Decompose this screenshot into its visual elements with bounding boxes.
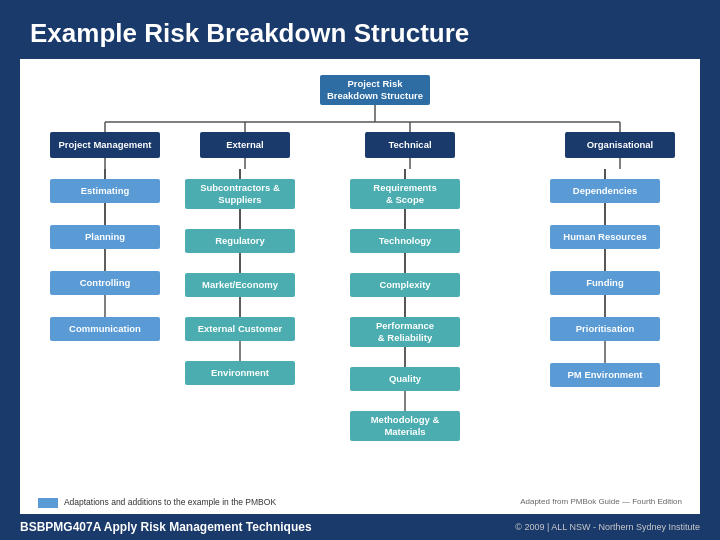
- node: Requirements& Scope: [350, 179, 460, 209]
- bottom-row: Adaptations and additions to the example…: [30, 493, 690, 510]
- node: Performance& Reliability: [350, 317, 460, 347]
- node: Market/Economy: [185, 273, 295, 297]
- node: PM Environment: [550, 363, 660, 387]
- legend-box: [38, 498, 58, 508]
- node: Technical: [365, 132, 455, 158]
- node: Controlling: [50, 271, 160, 295]
- node: Environment: [185, 361, 295, 385]
- legend-note: Adaptations and additions to the example…: [64, 497, 276, 507]
- node: Regulatory: [185, 229, 295, 253]
- footer-left: BSBPMG407A Apply Risk Management Techniq…: [20, 520, 312, 534]
- node: Communication: [50, 317, 160, 341]
- node: Estimating: [50, 179, 160, 203]
- node: Prioritisation: [550, 317, 660, 341]
- node: Methodology &Materials: [350, 411, 460, 441]
- node: Funding: [550, 271, 660, 295]
- title-bar: Example Risk Breakdown Structure: [0, 0, 720, 59]
- content-area: Project RiskBreakdown StructureProject M…: [20, 59, 700, 514]
- node: Subcontractors &Suppliers: [185, 179, 295, 209]
- adapted-note: Adapted from PMBok Guide — Fourth Editio…: [520, 497, 682, 506]
- node: Project Management: [50, 132, 160, 158]
- node: Planning: [50, 225, 160, 249]
- node: Complexity: [350, 273, 460, 297]
- page-title: Example Risk Breakdown Structure: [30, 18, 690, 49]
- node: Dependencies: [550, 179, 660, 203]
- node: External: [200, 132, 290, 158]
- node: Quality: [350, 367, 460, 391]
- legend-area: Adaptations and additions to the example…: [38, 497, 276, 508]
- node: Technology: [350, 229, 460, 253]
- node: Human Resources: [550, 225, 660, 249]
- page: Example Risk Breakdown Structure Project…: [0, 0, 720, 540]
- node: External Customer: [185, 317, 295, 341]
- node: Organisational: [565, 132, 675, 158]
- footer-right: © 2009 | ALL NSW - Northern Sydney Insti…: [515, 522, 700, 532]
- footer: BSBPMG407A Apply Risk Management Techniq…: [0, 514, 720, 540]
- diagram-wrapper: Project RiskBreakdown StructureProject M…: [30, 67, 710, 493]
- node: Project RiskBreakdown Structure: [320, 75, 430, 105]
